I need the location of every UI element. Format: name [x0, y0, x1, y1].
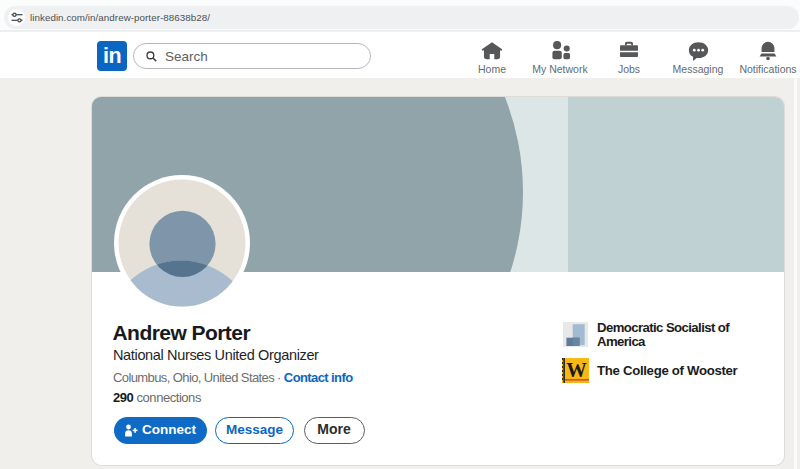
svg-text:W: W [566, 359, 587, 381]
